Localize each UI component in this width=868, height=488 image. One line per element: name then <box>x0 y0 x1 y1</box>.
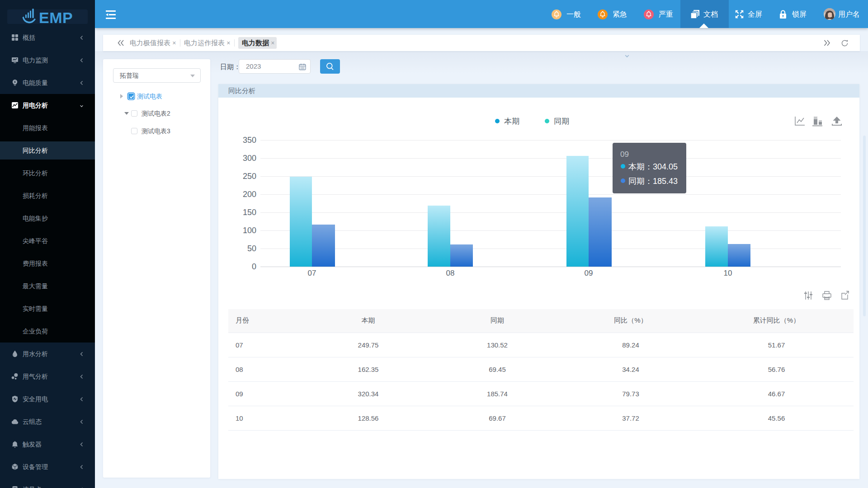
svg-text:300: 300 <box>243 154 256 163</box>
svg-text:同期：185.43: 同期：185.43 <box>628 177 678 186</box>
svg-text:10: 10 <box>724 269 732 277</box>
svg-text:08: 08 <box>446 269 455 277</box>
svg-text:150: 150 <box>243 208 256 217</box>
svg-text:09: 09 <box>585 269 593 277</box>
svg-text:0: 0 <box>252 262 256 271</box>
svg-text:本期: 本期 <box>504 117 519 126</box>
svg-text:07: 07 <box>308 269 316 277</box>
svg-text:50: 50 <box>247 244 256 253</box>
svg-text:同期: 同期 <box>554 117 569 126</box>
svg-text:100: 100 <box>243 226 256 235</box>
svg-text:200: 200 <box>243 190 256 199</box>
svg-text:EMP: EMP <box>39 9 73 26</box>
svg-text:250: 250 <box>243 172 256 181</box>
svg-text:09: 09 <box>620 150 629 159</box>
svg-text:本期：304.05: 本期：304.05 <box>628 162 678 171</box>
svg-text:350: 350 <box>243 136 256 145</box>
